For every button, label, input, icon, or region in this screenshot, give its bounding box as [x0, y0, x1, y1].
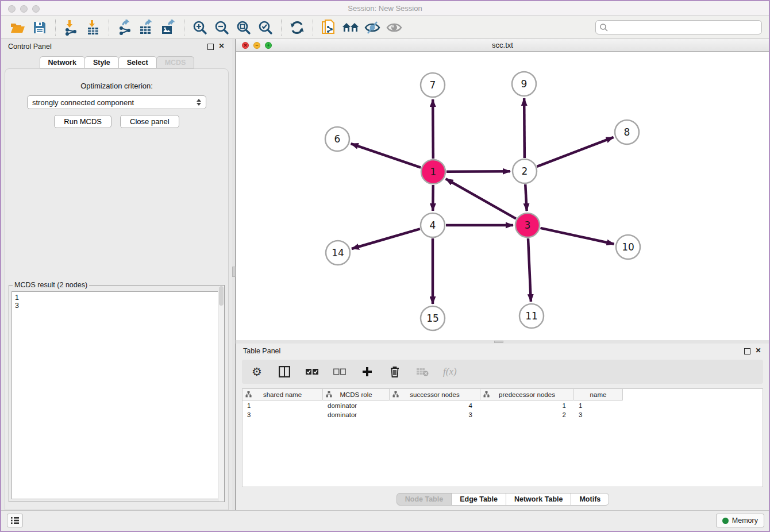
tab-node-table[interactable]: Node Table [396, 493, 452, 506]
table-header-row: shared nameMCDS rolesuccessor nodesprede… [242, 389, 623, 400]
table-cell[interactable]: 1 [242, 401, 323, 410]
settings-gear-icon[interactable]: ⚙ [250, 365, 264, 379]
table-cell[interactable]: 3 [574, 410, 623, 419]
graph-edge-2-3[interactable] [525, 184, 526, 211]
search-icon [599, 23, 609, 32]
column-header-label: shared name [263, 391, 302, 398]
mcds-result-group: MCDS result (2 nodes) 1 3 [9, 285, 225, 502]
delete-column-trash-icon[interactable] [388, 365, 402, 379]
control-panel: Control Panel ✕ NetworkStyleSelectMCDS O… [1, 39, 232, 510]
column-header-predecessor-nodes[interactable]: predecessor nodes [480, 389, 574, 400]
save-session-icon[interactable] [30, 19, 49, 36]
graph-edge-1-7[interactable] [433, 99, 433, 159]
tab-select[interactable]: Select [118, 56, 157, 68]
table-cell[interactable]: dominator [323, 410, 390, 419]
import-network-icon[interactable] [62, 19, 80, 36]
titlebar: Session: New Session [1, 1, 769, 16]
column-header-name[interactable]: name [574, 389, 623, 400]
graph-edge-1-6[interactable] [351, 144, 421, 167]
show-panel-eye-icon[interactable] [385, 19, 403, 36]
zoom-in-icon[interactable] [191, 19, 209, 36]
tab-network[interactable]: Network [40, 56, 85, 68]
graph-node-label-10: 10 [622, 241, 634, 253]
run-mcds-button[interactable]: Run MCDS [54, 115, 111, 128]
table-cell[interactable]: 1 [574, 401, 623, 410]
new-network-from-file-icon[interactable] [319, 19, 338, 36]
table-row[interactable]: 3dominator323 [242, 410, 763, 419]
table-toolbar: ⚙ f(x) [242, 360, 763, 384]
column-header-successor-nodes[interactable]: successor nodes [390, 389, 480, 400]
table-cell[interactable]: 4 [390, 401, 480, 410]
close-panel-button[interactable]: Close panel [120, 115, 179, 128]
status-bar: Memory [1, 510, 769, 531]
hide-panel-eye-icon[interactable] [363, 19, 382, 36]
table-cell[interactable]: dominator [323, 401, 390, 410]
graph-edge-3-1[interactable] [446, 179, 516, 218]
float-panel-icon[interactable] [207, 44, 214, 50]
select-all-checkboxes-icon[interactable] [305, 365, 319, 379]
table-cell[interactable]: 1 [480, 401, 574, 410]
table-cell[interactable]: 2 [480, 410, 574, 419]
close-panel-icon[interactable]: ✕ [218, 43, 225, 50]
add-column-icon[interactable] [360, 365, 374, 379]
graph-node-label-8: 8 [624, 126, 630, 138]
search-input[interactable] [609, 22, 761, 33]
table-cell[interactable]: 3 [390, 410, 480, 419]
zoom-fit-icon[interactable] [234, 19, 253, 36]
open-session-icon[interactable] [9, 19, 27, 36]
zoom-out-icon[interactable] [213, 19, 231, 36]
graph-edge-2-9[interactable] [524, 98, 525, 158]
column-header-MCDS-role[interactable]: MCDS role [323, 389, 390, 400]
graph-edge-3-11[interactable] [528, 238, 531, 302]
column-header-label: predecessor nodes [499, 391, 555, 398]
column-header-label: MCDS role [340, 391, 372, 398]
network-graph: 1234678910111415 [236, 52, 770, 340]
graph-edge-2-8[interactable] [537, 137, 613, 167]
apply-layout-refresh-icon[interactable] [288, 19, 306, 36]
column-header-shared-name[interactable]: shared name [242, 389, 323, 400]
dropdown-stepper-icon [197, 99, 201, 106]
export-image-icon[interactable] [159, 19, 178, 36]
tab-edge-table[interactable]: Edge Table [451, 493, 506, 506]
column-layout-icon[interactable] [278, 365, 291, 379]
graph-edge-3-10[interactable] [540, 228, 614, 244]
tab-mcds[interactable]: MCDS [156, 56, 195, 68]
table-panel-title: Table Panel [243, 347, 280, 355]
main-toolbar [1, 16, 769, 39]
table-panel: Table Panel ✕ ⚙ f(x) [236, 344, 769, 510]
network-view-window: ✕ − + scc.txt 1234678910111415 [236, 39, 769, 340]
import-table-icon[interactable] [84, 19, 102, 36]
hierarchy-icon [326, 391, 332, 398]
export-network-icon[interactable] [116, 19, 134, 36]
table-cell[interactable]: 3 [242, 410, 323, 419]
function-builder-icon: f(x) [443, 365, 457, 379]
graph-node-label-2: 2 [522, 165, 528, 177]
window-title: Session: New Session [1, 4, 769, 13]
home-networks-icon[interactable] [341, 19, 360, 36]
result-scrollbar[interactable] [218, 286, 224, 502]
memory-label: Memory [732, 516, 758, 525]
close-table-panel-icon[interactable]: ✕ [754, 347, 762, 354]
tab-style[interactable]: Style [84, 56, 119, 68]
tab-motifs[interactable]: Motifs [571, 493, 609, 506]
table-row[interactable]: 1dominator411 [242, 401, 763, 410]
graph-edge-4-14[interactable] [352, 229, 420, 249]
graph-node-label-1: 1 [430, 166, 437, 178]
float-table-panel-icon[interactable] [744, 348, 750, 354]
network-canvas[interactable]: 1234678910111415 [236, 52, 769, 340]
memory-status-icon [722, 518, 729, 524]
deselect-all-checkboxes-icon[interactable] [333, 365, 346, 379]
graph-edge-1-2[interactable] [446, 171, 510, 172]
memory-button[interactable]: Memory [716, 514, 764, 527]
zoom-selected-icon[interactable] [256, 19, 275, 36]
splitter-grip[interactable] [494, 341, 503, 343]
graph-node-label-6: 6 [334, 133, 341, 145]
mcds-result-textarea[interactable]: 1 3 [11, 291, 222, 499]
hierarchy-icon [483, 391, 490, 398]
tab-network-table[interactable]: Network Table [506, 493, 572, 506]
toolbar-separator [184, 20, 184, 36]
export-table-icon[interactable] [137, 19, 156, 36]
optimization-criterion-dropdown[interactable]: strongly connected component [27, 95, 206, 109]
task-history-button[interactable] [7, 514, 23, 527]
toolbar-separator [313, 20, 313, 36]
